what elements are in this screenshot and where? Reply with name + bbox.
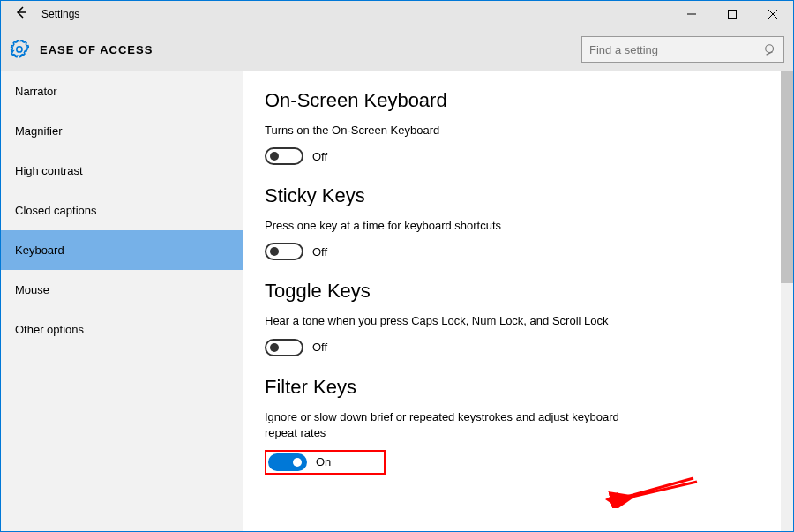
sidebar-item-high-contrast[interactable]: High contrast: [1, 151, 243, 191]
toggle-switch[interactable]: [265, 243, 303, 260]
toggle-row: Off: [265, 147, 772, 165]
sidebar: NarratorMagnifierHigh contrastClosed cap…: [1, 71, 243, 531]
scrollbar-thumb[interactable]: [781, 71, 793, 283]
svg-line-9: [610, 478, 693, 501]
toggle-state-label: Off: [312, 341, 327, 354]
title-bar: Settings: [1, 1, 793, 27]
toggle-switch[interactable]: [265, 339, 303, 356]
sidebar-item-closed-captions[interactable]: Closed captions: [1, 191, 243, 230]
close-icon: [768, 10, 777, 19]
toggle-switch[interactable]: [265, 147, 303, 165]
minimize-icon: [687, 10, 696, 19]
svg-marker-10: [605, 492, 618, 506]
search-icon: [764, 43, 776, 56]
header: EASE OF ACCESS: [1, 27, 793, 71]
minimize-button[interactable]: [671, 1, 712, 27]
section-description: Hear a tone when you press Caps Lock, Nu…: [265, 313, 635, 329]
section-description: Press one key at a time for keyboard sho…: [265, 218, 635, 234]
toggle-state-label: On: [316, 455, 331, 468]
category-title: EASE OF ACCESS: [40, 43, 153, 56]
section-heading: Filter Keys: [265, 376, 772, 399]
arrow-left-icon: [14, 5, 28, 19]
back-button[interactable]: [1, 5, 41, 23]
toggle-state-label: Off: [312, 150, 327, 163]
scrollbar[interactable]: [781, 71, 793, 531]
toggle-row: On: [265, 450, 386, 475]
section-description: Ignore or slow down brief or repeated ke…: [265, 409, 635, 441]
sidebar-item-other-options[interactable]: Other options: [1, 310, 243, 349]
toggle-state-label: Off: [312, 245, 327, 259]
section-description: Turns on the On-Screen Keyboard: [265, 123, 635, 139]
section-heading: Sticky Keys: [265, 184, 772, 207]
search-box[interactable]: [581, 36, 784, 63]
maximize-icon: [728, 10, 737, 19]
maximize-button[interactable]: [712, 1, 753, 27]
search-input[interactable]: [589, 43, 764, 56]
sidebar-item-mouse[interactable]: Mouse: [1, 270, 243, 310]
sidebar-item-magnifier[interactable]: Magnifier: [1, 111, 243, 151]
sidebar-item-narrator[interactable]: Narrator: [1, 71, 243, 111]
section-heading: On-Screen Keyboard: [265, 89, 772, 112]
svg-rect-2: [729, 11, 737, 19]
close-button[interactable]: [753, 1, 793, 27]
annotation-arrow: [605, 473, 702, 508]
window-title: Settings: [41, 8, 79, 20]
sidebar-item-keyboard[interactable]: Keyboard: [1, 230, 243, 270]
content-pane: On-Screen KeyboardTurns on the On-Screen…: [243, 71, 793, 531]
toggle-switch[interactable]: [268, 453, 307, 471]
toggle-row: Off: [265, 243, 772, 260]
section-heading: Toggle Keys: [265, 280, 772, 303]
toggle-row: Off: [265, 339, 772, 356]
gear-icon: [10, 40, 29, 59]
svg-point-5: [766, 45, 774, 53]
